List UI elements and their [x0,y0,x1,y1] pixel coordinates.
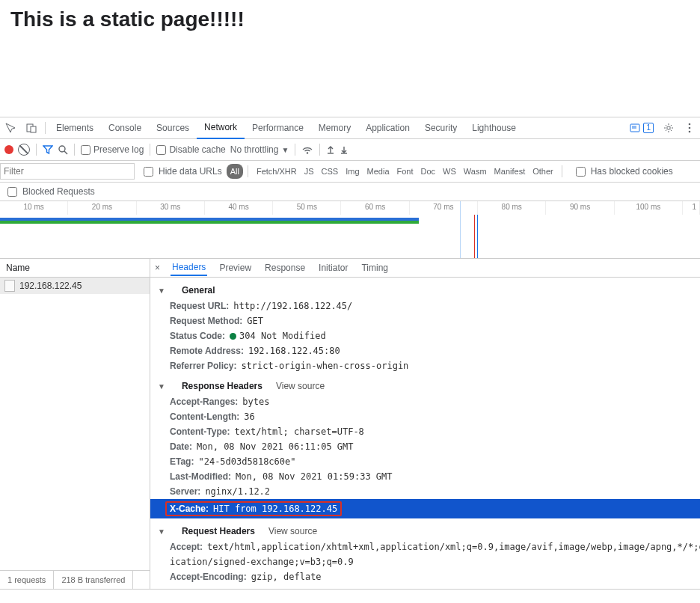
status-transferred: 218 B transferred [54,571,133,589]
wifi-icon[interactable] [301,144,313,155]
inspect-icon[interactable] [0,123,21,133]
section-request-headers[interactable]: ▼Request HeadersView source [150,523,700,539]
section-response-headers[interactable]: ▼Response HeadersView source [150,378,700,394]
tab-lighthouse[interactable]: Lighthouse [464,117,524,138]
subtab-preview[interactable]: Preview [218,260,253,275]
tab-console[interactable]: Console [101,117,149,138]
req-accept-cont: ication/signed-exchange;v=b3;q=0.9 [150,554,700,569]
svg-point-7 [59,146,65,152]
chevron-down-icon: ▼ [281,146,289,154]
resp-date: Date:Mon, 08 Nov 2021 06:11:05 GMT [150,439,700,454]
disclosure-triangle-icon: ▼ [158,382,165,391]
separator [248,165,248,177]
type-doc[interactable]: Doc [417,164,440,179]
timeline-domcontent-marker [477,215,478,258]
type-js[interactable]: JS [301,164,318,179]
tab-memory[interactable]: Memory [311,117,358,138]
type-media[interactable]: Media [363,164,393,179]
request-name: 192.168.122.45 [19,281,82,291]
network-main-split: Name 192.168.122.45 1 requests 218 B tra… [0,259,700,590]
blocked-requests-checkbox[interactable]: Blocked Requests [4,185,95,199]
general-status-code: Status Code:304 Not Modified [150,328,700,343]
svg-point-4 [689,123,691,126]
subtab-initiator[interactable]: Initiator [317,260,349,275]
clear-button[interactable] [18,144,30,156]
general-referrer-policy: Referrer Policy:strict-origin-when-cross… [150,358,700,373]
resp-server: Server:nginx/1.12.2 [150,484,700,499]
separator [150,144,150,156]
tab-application[interactable]: Application [358,117,417,138]
status-requests: 1 requests [0,571,54,589]
timeline-ticks: 10 ms 20 ms 30 ms 40 ms 50 ms 60 ms 70 m… [0,201,700,215]
tab-elements[interactable]: Elements [49,117,101,138]
svg-point-6 [689,131,691,133]
request-row[interactable]: 192.168.122.45 [0,278,150,294]
request-detail: × Headers Preview Response Initiator Tim… [150,259,700,589]
network-toolbar: Preserve log Disable cache No throttling… [0,139,700,161]
timeline-bar [0,221,419,224]
request-list: Name 192.168.122.45 1 requests 218 B tra… [0,259,150,589]
devtools-panel: Elements Console Sources Network Perform… [0,117,700,590]
blocked-requests-row: Blocked Requests [0,183,700,201]
subtab-headers[interactable]: Headers [171,260,207,276]
upload-har-icon[interactable] [326,144,335,155]
type-fetch-xhr[interactable]: Fetch/XHR [253,164,301,179]
separator [36,144,37,156]
type-font[interactable]: Font [393,164,417,179]
column-name[interactable]: Name [0,259,150,278]
timeline-selection-edge [460,201,461,258]
svg-point-5 [689,127,691,129]
preserve-log-checkbox[interactable]: Preserve log [81,144,144,155]
download-har-icon[interactable] [340,144,349,155]
throttling-select[interactable]: No throttling ▼ [230,144,289,155]
view-source-link[interactable]: View source [268,526,317,536]
type-all[interactable]: All [227,164,243,179]
tab-sources[interactable]: Sources [149,117,197,138]
separator [319,144,320,156]
type-manifest[interactable]: Manifest [491,164,529,179]
svg-line-8 [64,151,67,154]
req-accept-encoding: Accept-Encoding:gzip, deflate [150,569,700,584]
section-general[interactable]: ▼General [150,282,700,299]
resp-accept-ranges: Accept-Ranges:bytes [150,394,700,409]
disclosure-triangle-icon: ▼ [158,287,165,295]
subtab-timing[interactable]: Timing [360,260,390,275]
timeline-overview[interactable]: 10 ms 20 ms 30 ms 40 ms 50 ms 60 ms 70 m… [0,201,700,259]
page-content: This is a static page!!!!! [0,0,700,117]
resp-last-modified: Last-Modified:Mon, 08 Nov 2021 01:59:33 … [150,469,700,484]
type-other[interactable]: Other [529,164,557,179]
tab-network[interactable]: Network [197,117,245,139]
separator [562,165,562,177]
close-detail-icon[interactable]: × [155,263,160,273]
highlight-box: X-Cache:HIT from 192.168.122.45 [165,501,342,516]
status-dot-icon [230,333,236,340]
view-source-link[interactable]: View source [276,381,325,391]
disable-cache-checkbox[interactable]: Disable cache [156,144,225,155]
svg-point-9 [307,152,308,153]
hide-data-urls-checkbox[interactable]: Hide data URLs [141,165,222,179]
page-heading: This is a static page!!!!! [10,7,690,31]
filter-row: Hide data URLs All Fetch/XHR JS CSS Img … [0,161,700,183]
timeline-load-marker [474,215,475,258]
has-blocked-cookies-checkbox[interactable]: Has blocked cookies [573,165,673,179]
subtab-response[interactable]: Response [263,260,307,275]
issues-badge[interactable]: 1 [630,123,654,133]
type-ws[interactable]: WS [439,164,460,179]
device-toggle-icon[interactable] [21,123,42,133]
resp-x-cache: X-Cache:HIT from 192.168.122.45 [150,499,700,518]
more-icon[interactable] [679,123,700,133]
filter-toggle-icon[interactable] [43,144,53,155]
resp-content-type: Content-Type:text/html; charset=UTF-8 [150,424,700,439]
headers-detail: ▼General Request URL:http://192.168.122.… [150,278,700,589]
resp-content-length: Content-Length:36 [150,409,700,424]
search-icon[interactable] [58,144,68,155]
type-wasm[interactable]: Wasm [460,164,491,179]
filter-input[interactable] [0,163,135,180]
tab-security[interactable]: Security [417,117,464,138]
type-css[interactable]: CSS [318,164,343,179]
settings-icon[interactable] [658,123,679,133]
separator [74,144,75,156]
record-button[interactable] [4,145,13,154]
type-img[interactable]: Img [342,164,363,179]
tab-performance[interactable]: Performance [245,117,311,138]
